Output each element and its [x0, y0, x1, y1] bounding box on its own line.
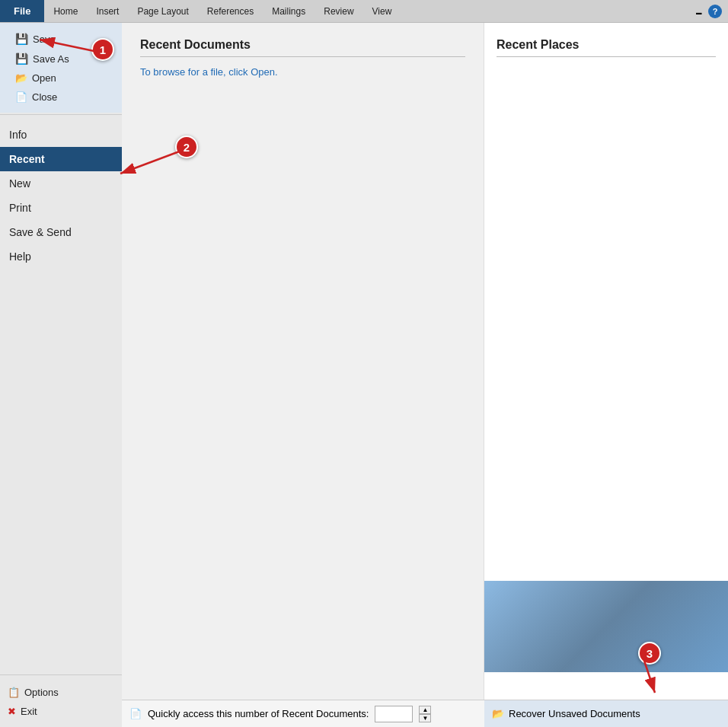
menu-right: 🗕 ?	[694, 5, 728, 18]
open-label: Open	[32, 72, 56, 84]
places-divider	[497, 56, 716, 57]
quick-access-bar: 📄 Quickly access this number of Recent D…	[122, 700, 484, 727]
open-link[interactable]: Open	[251, 66, 275, 78]
sidebar-item-info[interactable]: Info	[0, 123, 122, 147]
browse-text: To browse for a file, click Open.	[140, 66, 465, 78]
sidebar-divider-2	[0, 674, 122, 675]
recent-places-panel: Recent Places	[484, 23, 728, 700]
app-body: 💾 Save 💾 Save As 📂 Open 📄 Close Info Rec…	[0, 23, 728, 727]
sidebar-cmd-exit[interactable]: ✖ Exit	[0, 702, 122, 721]
spin-down-button[interactable]: ▼	[419, 714, 431, 722]
quick-access-spinner: ▲ ▼	[419, 706, 431, 722]
sidebar-cmd-open[interactable]: 📂 Open	[8, 69, 122, 88]
menu-home[interactable]: Home	[44, 0, 87, 22]
bottom-bar: 📄 Quickly access this number of Recent D…	[122, 700, 728, 727]
recent-docs-panel: Recent Documents To browse for a file, c…	[122, 23, 484, 700]
open-icon: 📂	[15, 72, 27, 84]
save-as-label: Save As	[33, 53, 69, 65]
sidebar-top-commands: 💾 Save 💾 Save As 📂 Open 📄 Close	[0, 23, 122, 113]
recover-bar[interactable]: 📂 Recover Unsaved Documents	[484, 700, 728, 727]
options-label: Options	[24, 687, 59, 698]
sidebar-item-recent[interactable]: Recent	[0, 147, 122, 171]
sidebar: 💾 Save 💾 Save As 📂 Open 📄 Close Info Rec…	[0, 23, 122, 727]
sidebar-cmd-close[interactable]: 📄 Close	[8, 88, 122, 107]
close-label: Close	[32, 91, 57, 103]
options-icon: 📋	[8, 687, 20, 698]
sidebar-item-print[interactable]: Print	[0, 196, 122, 220]
sidebar-item-save-send[interactable]: Save & Send	[0, 220, 122, 244]
menu-references[interactable]: References	[198, 0, 263, 22]
places-decorative-bg	[484, 581, 728, 672]
menu-mailings[interactable]: Mailings	[263, 0, 315, 22]
quick-access-input[interactable]: 4	[375, 706, 413, 722]
panels-row: Recent Documents To browse for a file, c…	[122, 23, 728, 700]
save-as-icon: 💾	[15, 53, 28, 65]
menu-page-layout[interactable]: Page Layout	[128, 0, 197, 22]
sidebar-item-help[interactable]: Help	[0, 244, 122, 269]
quick-access-icon: 📄	[129, 708, 142, 719]
spin-up-button[interactable]: ▲	[419, 706, 431, 714]
help-button[interactable]: ?	[708, 5, 722, 18]
annotation-3: 3	[638, 642, 661, 665]
recent-docs-title: Recent Documents	[140, 38, 465, 52]
menu-review[interactable]: Review	[315, 0, 362, 22]
file-tab[interactable]: File	[0, 0, 44, 22]
close-icon: 📄	[15, 91, 27, 103]
sidebar-item-new[interactable]: New	[0, 171, 122, 196]
annotation-1: 1	[91, 38, 114, 61]
quick-access-label: Quickly access this number of Recent Doc…	[148, 708, 369, 719]
recover-icon: 📂	[492, 708, 504, 719]
menu-view[interactable]: View	[363, 0, 401, 22]
content-wrapper: Recent Documents To browse for a file, c…	[122, 23, 728, 727]
sidebar-nav: Info Recent New Print Save & Send Help	[0, 116, 122, 275]
annotation-2: 2	[175, 136, 198, 158]
menu-insert[interactable]: Insert	[87, 0, 128, 22]
save-label: Save	[33, 33, 56, 45]
sidebar-cmd-options[interactable]: 📋 Options	[0, 683, 122, 702]
minimize-icon[interactable]: 🗕	[694, 6, 704, 17]
exit-label: Exit	[21, 706, 37, 717]
recent-docs-divider	[140, 56, 465, 57]
save-icon: 💾	[15, 33, 28, 45]
sidebar-bottom: 📋 Options ✖ Exit	[0, 677, 122, 727]
menu-bar: File Home Insert Page Layout References …	[0, 0, 728, 23]
exit-icon: ✖	[8, 706, 16, 717]
sidebar-divider-1	[0, 114, 122, 115]
recover-label: Recover Unsaved Documents	[509, 708, 640, 719]
recent-places-title: Recent Places	[497, 38, 716, 52]
